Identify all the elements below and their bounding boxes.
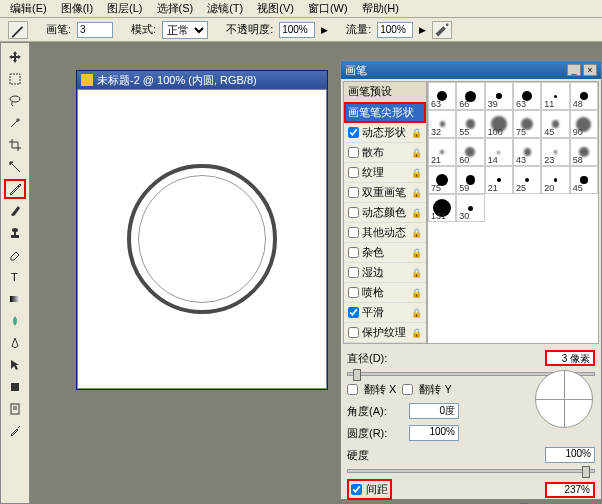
sidemenu-airbrush[interactable]: 喷枪🔒 bbox=[344, 283, 426, 303]
shape-tool[interactable] bbox=[4, 377, 26, 397]
brush-preset[interactable]: 90 bbox=[570, 110, 598, 138]
spacing-input[interactable]: 237% bbox=[545, 482, 595, 498]
sidemenu-presets[interactable]: 画笔预设 bbox=[344, 82, 426, 102]
notes-tool[interactable] bbox=[4, 399, 26, 419]
scatter-check[interactable] bbox=[348, 147, 359, 158]
brush-preset[interactable]: 32 bbox=[428, 110, 456, 138]
hardness-slider[interactable] bbox=[347, 469, 595, 473]
angle-input[interactable]: 0度 bbox=[409, 403, 459, 419]
sidemenu-protect-texture[interactable]: 保护纹理🔒 bbox=[344, 323, 426, 343]
blend-mode-select[interactable]: 正常 bbox=[162, 21, 208, 39]
pen-tool[interactable] bbox=[4, 333, 26, 353]
flow-input[interactable] bbox=[377, 22, 413, 38]
menu-view[interactable]: 视图(V) bbox=[251, 0, 300, 17]
brush-preset[interactable]: 21 bbox=[485, 166, 513, 194]
wet-check[interactable] bbox=[348, 267, 359, 278]
opacity-input[interactable] bbox=[279, 22, 315, 38]
brush-preset[interactable]: 131 bbox=[428, 194, 456, 222]
lasso-tool[interactable] bbox=[4, 91, 26, 111]
menu-image[interactable]: 图像(I) bbox=[55, 0, 99, 17]
brush-preset[interactable]: 25 bbox=[513, 166, 541, 194]
brush-preset[interactable]: 63 bbox=[428, 82, 456, 110]
brush-preset[interactable]: 75 bbox=[428, 166, 456, 194]
stamp-tool[interactable] bbox=[4, 223, 26, 243]
brush-preset[interactable]: 60 bbox=[456, 138, 484, 166]
brush-preset[interactable]: 14 bbox=[485, 138, 513, 166]
eraser-tool[interactable] bbox=[4, 245, 26, 265]
move-tool[interactable] bbox=[4, 47, 26, 67]
texture-check[interactable] bbox=[348, 167, 359, 178]
brush-preset[interactable]: 11 bbox=[541, 82, 569, 110]
sidemenu-texture[interactable]: 纹理🔒 bbox=[344, 163, 426, 183]
pencil-tool[interactable] bbox=[4, 179, 26, 199]
brush-presets-grid: 6366396311483255100754590216014432358755… bbox=[427, 81, 599, 344]
airbrush-check[interactable] bbox=[348, 287, 359, 298]
roundness-input[interactable]: 100% bbox=[409, 425, 459, 441]
gradient-tool[interactable] bbox=[4, 289, 26, 309]
close-icon[interactable]: × bbox=[583, 64, 597, 76]
other-check[interactable] bbox=[348, 227, 359, 238]
brush-size-input[interactable] bbox=[77, 22, 113, 38]
brush-preset[interactable]: 100 bbox=[485, 110, 513, 138]
brush-preset[interactable]: 45 bbox=[570, 166, 598, 194]
brush-preset[interactable]: 23 bbox=[541, 138, 569, 166]
brush-preset[interactable]: 39 bbox=[485, 82, 513, 110]
canvas[interactable] bbox=[77, 89, 327, 389]
brush-preset[interactable]: 43 bbox=[513, 138, 541, 166]
diameter-input[interactable]: 3 像素 bbox=[545, 350, 595, 366]
crop-tool[interactable] bbox=[4, 135, 26, 155]
angle-widget[interactable] bbox=[535, 370, 593, 428]
shape-dyn-check[interactable] bbox=[348, 127, 359, 138]
brush-preset[interactable]: 55 bbox=[456, 110, 484, 138]
brush-preset[interactable]: 45 bbox=[541, 110, 569, 138]
path-select-tool[interactable] bbox=[4, 355, 26, 375]
menu-filter[interactable]: 滤镜(T) bbox=[201, 0, 249, 17]
spacing-check[interactable] bbox=[351, 484, 362, 495]
menu-help[interactable]: 帮助(H) bbox=[356, 0, 405, 17]
flip-x-check[interactable] bbox=[347, 384, 358, 395]
brush-preset[interactable]: 30 bbox=[456, 194, 484, 222]
brush-panel-titlebar[interactable]: 画笔 _ × bbox=[341, 61, 601, 79]
dual-check[interactable] bbox=[348, 187, 359, 198]
menu-layer[interactable]: 图层(L) bbox=[101, 0, 148, 17]
sidemenu-shape-dynamics[interactable]: 动态形状🔒 bbox=[344, 123, 426, 143]
flip-y-check[interactable] bbox=[402, 384, 413, 395]
brush-preset[interactable]: 20 bbox=[541, 166, 569, 194]
protect-check[interactable] bbox=[348, 327, 359, 338]
airbrush-toggle-icon[interactable] bbox=[432, 21, 452, 39]
minimize-icon[interactable]: _ bbox=[567, 64, 581, 76]
menu-edit[interactable]: 编辑(E) bbox=[4, 0, 53, 17]
slice-tool[interactable] bbox=[4, 157, 26, 177]
color-check[interactable] bbox=[348, 207, 359, 218]
brush-size-label: 画笔: bbox=[46, 22, 71, 37]
sidemenu-wet-edges[interactable]: 湿边🔒 bbox=[344, 263, 426, 283]
sidemenu-smoothing[interactable]: 平滑🔒 bbox=[344, 303, 426, 323]
brush-preset[interactable]: 21 bbox=[428, 138, 456, 166]
brush-preset[interactable]: 66 bbox=[456, 82, 484, 110]
sidemenu-color-dynamics[interactable]: 动态颜色🔒 bbox=[344, 203, 426, 223]
blur-tool[interactable] bbox=[4, 311, 26, 331]
wand-tool[interactable] bbox=[4, 113, 26, 133]
eyedropper-tool[interactable] bbox=[4, 421, 26, 441]
brush-panel-title: 画笔 bbox=[345, 63, 367, 78]
hardness-input[interactable]: 100% bbox=[545, 447, 595, 463]
document-titlebar[interactable]: 未标题-2 @ 100% (内圆, RGB/8) bbox=[77, 71, 327, 89]
menu-select[interactable]: 选择(S) bbox=[151, 0, 200, 17]
sidemenu-dual-brush[interactable]: 双重画笔🔒 bbox=[344, 183, 426, 203]
type-tool[interactable]: T bbox=[4, 267, 26, 287]
sidemenu-noise[interactable]: 杂色🔒 bbox=[344, 243, 426, 263]
brush-preset[interactable]: 58 bbox=[570, 138, 598, 166]
sidemenu-scattering[interactable]: 散布🔒 bbox=[344, 143, 426, 163]
smooth-check[interactable] bbox=[348, 307, 359, 318]
brush-tool[interactable] bbox=[4, 201, 26, 221]
menu-window[interactable]: 窗口(W) bbox=[302, 0, 354, 17]
sidemenu-other-dynamics[interactable]: 其他动态🔒 bbox=[344, 223, 426, 243]
brush-preset[interactable]: 75 bbox=[513, 110, 541, 138]
noise-check[interactable] bbox=[348, 247, 359, 258]
marquee-tool[interactable] bbox=[4, 69, 26, 89]
brush-preset[interactable]: 59 bbox=[456, 166, 484, 194]
sidemenu-tip-shape[interactable]: 画笔笔尖形状 bbox=[344, 102, 426, 123]
brush-preset[interactable]: 48 bbox=[570, 82, 598, 110]
brush-preset[interactable]: 63 bbox=[513, 82, 541, 110]
current-tool-icon[interactable] bbox=[8, 21, 28, 39]
